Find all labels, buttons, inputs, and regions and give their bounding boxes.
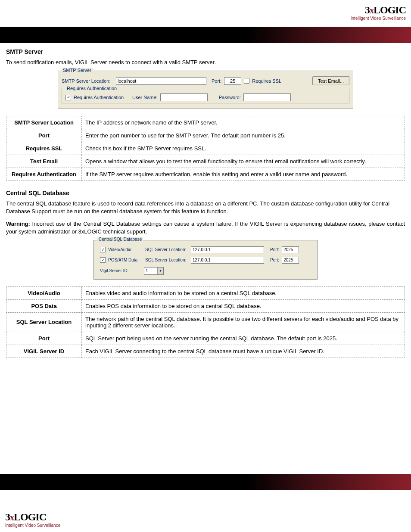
- cell-label: Requires SSL: [6, 142, 82, 155]
- cell-desc: The IP address or network name of the SM…: [82, 116, 405, 129]
- table-row: PortSQL Server port being used on the se…: [6, 332, 405, 345]
- requires-ssl-label: Requires SSL: [252, 78, 281, 84]
- sql-location-label-1: SQL Server Location:: [145, 247, 188, 252]
- sql-port-input-2[interactable]: [282, 257, 299, 264]
- sql-port-label-2: Port:: [270, 258, 279, 262]
- sql-legend: Central SQL Database: [97, 237, 143, 242]
- vigil-server-id-label: Vigil Server ID: [100, 268, 141, 273]
- brand-name: 3xLOGIC: [351, 4, 406, 16]
- cell-desc: Each VIGIL Server connecting to the cent…: [82, 345, 405, 358]
- vigil-server-id-select[interactable]: 1 ▼: [144, 267, 164, 275]
- smtp-description-table: SMTP Server LocationThe IP address or ne…: [6, 116, 405, 181]
- table-row: SQL Server LocationThe network path of t…: [6, 312, 405, 332]
- cell-desc: Enter the port number to use for the SMT…: [82, 129, 405, 142]
- cell-desc: The network path of the central SQL data…: [82, 312, 405, 332]
- cell-label: Port: [6, 129, 82, 142]
- sql-heading: Central SQL Database: [6, 190, 405, 196]
- cell-label: Video/Audio: [6, 286, 82, 299]
- smtp-server-groupbox: SMTP Server SMTP Server Location: Port: …: [58, 71, 353, 109]
- footer-text: 3xLOGIC's VIGIL Server 7.1 User Guide Pg…: [0, 492, 411, 507]
- smtp-location-input[interactable]: [116, 77, 206, 85]
- username-label: User Name:: [132, 95, 158, 100]
- pos-atm-checkbox[interactable]: ✓: [100, 257, 106, 263]
- smtp-port-input[interactable]: [224, 77, 241, 85]
- requires-ssl-checkbox[interactable]: [244, 78, 249, 84]
- cell-label: Test Email: [6, 155, 82, 168]
- table-row: PortEnter the port number to use for the…: [6, 129, 405, 142]
- smtp-legend: SMTP Server: [62, 68, 93, 73]
- cell-label: Requires Authentication: [6, 168, 82, 181]
- username-input[interactable]: [160, 93, 208, 101]
- sql-warning: Warning: Incorrect use of the Central SQ…: [6, 220, 405, 236]
- brand-name: 3xLOGIC: [5, 511, 60, 523]
- cell-desc: Check this box if the SMTP Server requir…: [82, 142, 405, 155]
- requires-auth-checkbox[interactable]: ✓: [65, 95, 71, 100]
- cell-desc: Enables POS data information to be store…: [82, 299, 405, 312]
- chevron-down-icon: ▼: [157, 268, 163, 274]
- smtp-intro: To send notification emails, VIGIL Serve…: [6, 59, 405, 66]
- table-row: Test EmailOpens a window that allows you…: [6, 155, 405, 168]
- cell-label: VIGIL Server ID: [6, 345, 82, 358]
- logo-bottom: 3xLOGIC Intelligent Video Surveillance: [5, 511, 60, 528]
- password-label: Password:: [219, 95, 241, 100]
- table-row: Video/AudioEnables video and audio infor…: [6, 286, 405, 299]
- footer-page: Pg. 122: [0, 499, 411, 507]
- sql-location-input-2[interactable]: [191, 257, 264, 264]
- smtp-heading: SMTP Server: [6, 48, 405, 55]
- sql-location-label-2: SQL Server Location:: [145, 258, 188, 262]
- footer-title: 3xLOGIC's VIGIL Server 7.1 User Guide: [0, 492, 411, 499]
- table-row: VIGIL Server IDEach VIGIL Server connect…: [6, 345, 405, 358]
- footer-bar: [0, 474, 411, 490]
- cell-desc: Opens a window that allows you to test t…: [82, 155, 405, 168]
- cell-label: SQL Server Location: [6, 312, 82, 332]
- table-row: SMTP Server LocationThe IP address or ne…: [6, 116, 405, 129]
- cell-label: Port: [6, 332, 82, 345]
- password-input[interactable]: [243, 93, 291, 101]
- sql-description-table: Video/AudioEnables video and audio infor…: [6, 286, 405, 358]
- pos-atm-label: POS/ATM Data: [108, 258, 143, 262]
- cell-desc: Enables video and audio information to b…: [82, 286, 405, 299]
- brand-tagline: Intelligent Video Surveillance: [5, 523, 60, 528]
- cell-desc: If the SMTP server requires authenticati…: [82, 168, 405, 181]
- video-audio-checkbox[interactable]: ✓: [100, 247, 106, 252]
- logo-top: 3xLOGIC Intelligent Video Surveillance: [351, 4, 406, 21]
- cell-desc: SQL Server port being used on the server…: [82, 332, 405, 345]
- table-row: Requires AuthenticationIf the SMTP serve…: [6, 168, 405, 181]
- auth-legend: Requires Authentication: [65, 86, 118, 91]
- requires-auth-groupbox: Requires Authentication ✓ Requires Authe…: [62, 89, 349, 103]
- cell-label: SMTP Server Location: [6, 116, 82, 129]
- sql-location-input-1[interactable]: [191, 246, 264, 253]
- test-email-button[interactable]: Test Email...: [312, 76, 349, 85]
- cell-label: POS Data: [6, 299, 82, 312]
- table-row: POS DataEnables POS data information to …: [6, 299, 405, 312]
- brand-tagline: Intelligent Video Surveillance: [351, 16, 406, 21]
- video-audio-label: Video/Audio: [108, 247, 143, 252]
- sql-port-input-1[interactable]: [282, 246, 299, 253]
- smtp-location-label: SMTP Server Location:: [62, 78, 113, 84]
- sql-port-label-1: Port:: [270, 247, 279, 252]
- sql-para: The central SQL database feature is used…: [6, 200, 405, 215]
- requires-auth-label: Requires Authentication: [74, 95, 130, 100]
- central-sql-groupbox: Central SQL Database ✓ Video/Audio SQL S…: [93, 240, 318, 280]
- header-bar: [0, 27, 411, 43]
- table-row: Requires SSLCheck this box if the SMTP S…: [6, 142, 405, 155]
- smtp-port-label: Port:: [212, 78, 221, 84]
